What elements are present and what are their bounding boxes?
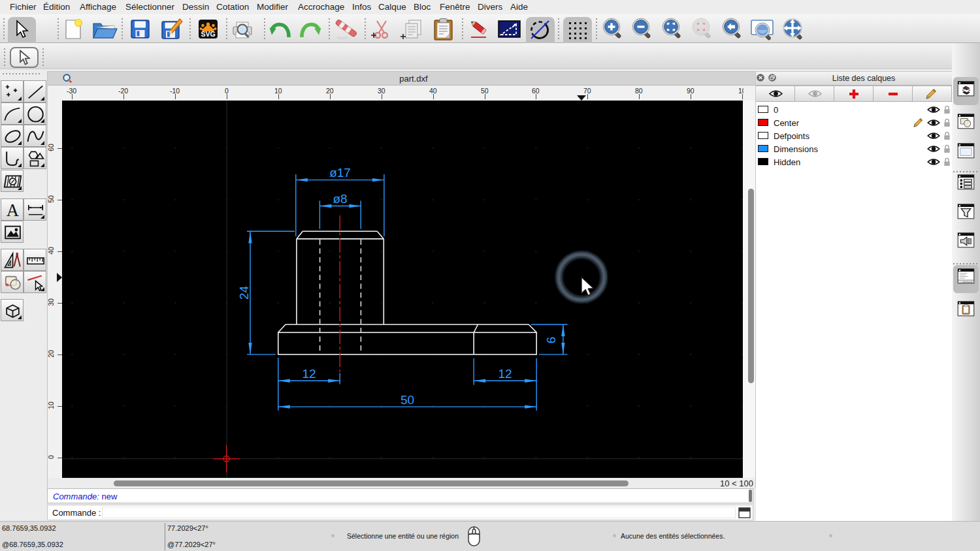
- svg-text:SVG: SVG: [201, 30, 215, 38]
- svg-text:ø8: ø8: [333, 192, 347, 206]
- svg-text:12: 12: [302, 367, 316, 381]
- svg-text:c command: c command: [960, 281, 973, 283]
- svg-text:50: 50: [400, 393, 414, 407]
- svg-text:6: 6: [544, 337, 558, 344]
- svg-text:12: 12: [498, 367, 512, 381]
- svg-text:24: 24: [237, 286, 251, 300]
- svg-text:A: A: [7, 200, 20, 220]
- svg-text:ø17: ø17: [329, 166, 351, 180]
